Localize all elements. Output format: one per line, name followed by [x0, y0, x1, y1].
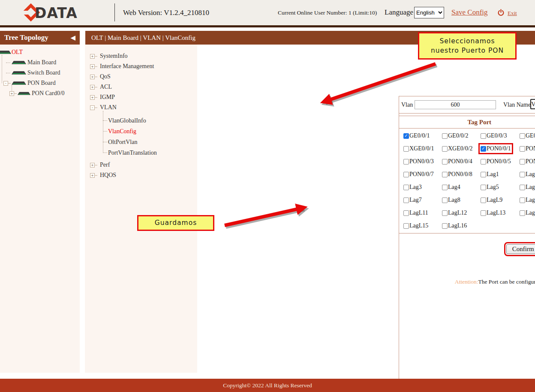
port-label: GE0/0/3 — [487, 132, 507, 139]
tag-checkbox-lagl16[interactable] — [442, 223, 448, 229]
menu-expander-icon[interactable]: + — [90, 64, 95, 69]
menu-item-label: SystemInfo — [100, 53, 128, 60]
tag-checkbox-lagl11[interactable] — [403, 210, 409, 216]
tag-port-cell: LagL14 — [520, 206, 535, 219]
annotation-note-pon: Seleccionamos nuestro Puerto PON — [418, 32, 517, 60]
menu-item-oltportvlan[interactable]: OltPortVlan — [103, 137, 197, 147]
tag-port-pon0-0-1: PON0/0/1 — [481, 145, 511, 152]
menu-item-igmp[interactable]: +IGMP — [90, 92, 197, 102]
tree-node-pon-board[interactable]: -PON Board — [3, 78, 80, 88]
menu-item-vlanglobalinfo[interactable]: VlanGlobalInfo — [103, 115, 197, 126]
tag-checkbox-lagl9[interactable] — [481, 197, 486, 203]
tag-checkbox-lag8[interactable] — [442, 197, 448, 203]
language-select[interactable]: English — [414, 7, 444, 18]
tag-port-cell: GE0/0/3 — [481, 129, 520, 142]
tree-node-label: PON Card0/0 — [32, 90, 65, 97]
tree-node-label: OLT — [12, 49, 23, 56]
menu-item-systeminfo[interactable]: +SystemInfo — [90, 51, 197, 61]
annotation-note-pon-line2: nuestro Puerto PON — [431, 46, 504, 55]
tree-node-switch-board[interactable]: Switch Board — [6, 68, 80, 78]
tag-checkbox-pon0-0-1[interactable] — [481, 146, 486, 152]
tag-checkbox-lag5[interactable] — [481, 185, 486, 190]
tag-checkbox-ge0-0-1[interactable] — [403, 133, 409, 139]
tag-checkbox-lag7[interactable] — [403, 197, 409, 203]
tag-checkbox-lagl12[interactable] — [442, 210, 448, 216]
tag-checkbox-ge0-0-3[interactable] — [481, 133, 486, 139]
tag-checkbox-pon0-0-5[interactable] — [481, 159, 486, 165]
device-board-icon — [12, 71, 26, 75]
tag-checkbox-pon0-0-8[interactable] — [442, 172, 448, 177]
tag-port-lagl14: LagL14 — [520, 209, 535, 216]
menu-expander-icon[interactable]: + — [90, 95, 95, 100]
exit-link[interactable]: Exit — [508, 10, 517, 17]
vlan-name-input[interactable] — [530, 99, 535, 109]
menu-expander-icon[interactable]: - — [90, 105, 95, 110]
tag-checkbox-lagl13[interactable] — [481, 210, 486, 216]
annotation-note-pon-line1: Seleccionamos — [439, 36, 495, 46]
tree-node-pon-card0-0[interactable]: +PON Card0/0 — [9, 88, 80, 99]
menu-item-vlan[interactable]: -VLAN — [90, 102, 197, 113]
port-label: Lag3 — [409, 184, 422, 191]
tag-port-xge0-0-2: XGE0/0/2 — [442, 145, 473, 152]
menu-item-perf[interactable]: +Perf — [90, 160, 197, 170]
tag-port-lag7: Lag7 — [403, 197, 422, 203]
menu-expander-icon[interactable]: + — [90, 75, 95, 79]
menu-sub-stub — [103, 120, 107, 121]
tag-port-ge0-0-4: GE0/0/4 — [520, 132, 535, 139]
tag-checkbox-lag4[interactable] — [442, 185, 448, 190]
tag-checkbox-pon0-0-6[interactable] — [520, 159, 525, 165]
tag-port-header: Tag Port — [399, 116, 535, 129]
menu-item-vlanconfig[interactable]: VlanConfig — [103, 126, 197, 137]
tree-dash — [6, 63, 10, 63]
tree-node-main-board[interactable]: Main Board — [6, 57, 80, 68]
tag-checkbox-lagl14[interactable] — [520, 210, 525, 216]
tag-checkbox-xge0-0-2[interactable] — [442, 146, 448, 152]
top-header: DATA Web Version: V1.2.4_210810 Current … — [0, 0, 535, 25]
menu-item-label: HQOS — [100, 172, 116, 179]
tag-checkbox-ge0-0-4[interactable] — [520, 133, 525, 139]
tag-checkbox-lagl10[interactable] — [520, 197, 525, 203]
tag-port-cell: XGE0/0/1 — [403, 142, 442, 155]
menu-item-hqos[interactable]: +HQOS — [90, 170, 197, 180]
confirm-button[interactable]: Confirm — [506, 244, 535, 254]
menu-item-interface-management[interactable]: +Interface Management — [90, 61, 197, 72]
tag-checkbox-lag3[interactable] — [403, 185, 409, 190]
tag-checkbox-pon0-0-3[interactable] — [403, 159, 409, 165]
menu-item-qos[interactable]: +QoS — [90, 72, 197, 82]
tree-expander-icon[interactable]: - — [3, 81, 8, 86]
port-label: Lag7 — [409, 197, 422, 203]
menu-dash — [95, 66, 97, 67]
tag-port-lag6: Lag6 — [520, 184, 535, 191]
tag-checkbox-lag6[interactable] — [520, 185, 525, 190]
menu-expander-icon[interactable]: + — [90, 54, 95, 59]
footer-copyright: Copyright© 2022 All Rights Reserved — [0, 379, 535, 392]
tag-checkbox-xge0-0-1[interactable] — [403, 146, 409, 152]
tree-node-olt[interactable]: OLT — [0, 47, 80, 57]
tag-checkbox-lag1[interactable] — [481, 172, 486, 177]
menu-expander-icon[interactable]: + — [90, 173, 95, 178]
tag-checkbox-ge0-0-2[interactable] — [442, 133, 448, 139]
sidebar-collapse-icon[interactable]: ◀ — [70, 34, 80, 42]
tag-checkbox-pon0-0-2[interactable] — [520, 146, 525, 152]
tag-port-cell: Lag4 — [442, 181, 481, 194]
tree-dash — [8, 83, 11, 84]
power-icon[interactable] — [497, 9, 505, 16]
attention-note: Attention:The Port can be configured for… — [399, 278, 535, 285]
menu-expander-icon[interactable]: + — [90, 85, 95, 90]
menu-expander-icon[interactable]: + — [90, 163, 95, 168]
tag-port-cell: LagL13 — [481, 206, 520, 219]
tag-checkbox-pon0-0-7[interactable] — [403, 172, 409, 177]
tag-checkbox-lag2[interactable] — [520, 172, 525, 177]
port-label: LagL9 — [487, 197, 502, 203]
tag-port-cell: Lag7 — [403, 194, 442, 206]
port-label: Lag5 — [487, 184, 499, 191]
tree-expander-icon[interactable]: + — [9, 91, 14, 96]
menu-sub-stub — [103, 131, 107, 132]
tag-checkbox-pon0-0-4[interactable] — [442, 159, 448, 165]
menu-item-portvlantranslation[interactable]: PortVlanTranslation — [103, 147, 197, 158]
tag-checkbox-lagl15[interactable] — [403, 223, 409, 229]
tag-port-lagl9: LagL9 — [481, 197, 502, 203]
save-config-link[interactable]: Save Config — [451, 8, 488, 17]
menu-item-acl[interactable]: +ACL — [90, 82, 197, 92]
vlan-id-input[interactable] — [415, 100, 496, 109]
